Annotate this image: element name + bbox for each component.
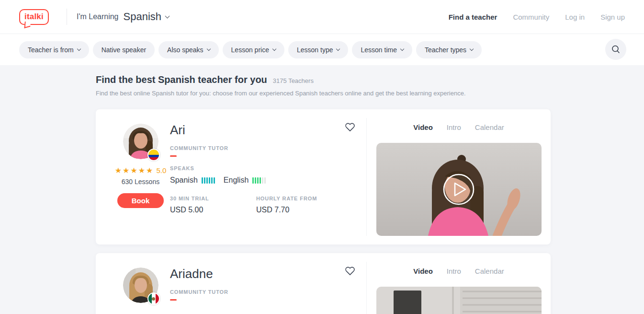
nav-sign-up[interactable]: Sign up	[600, 13, 625, 21]
level-bar	[206, 177, 208, 184]
level-bar	[257, 177, 259, 184]
teacher-summary-column: ★★★★★ 5.0 630 Lessons Book	[111, 109, 170, 244]
book-button[interactable]: Book	[117, 193, 164, 208]
teacher-type-badge: COMMUNITY TUTOR	[170, 145, 366, 151]
tab-video[interactable]: Video	[413, 123, 433, 131]
chevron-down-icon	[336, 47, 340, 51]
video-thumbnail[interactable]	[376, 287, 542, 314]
chevron-down-icon	[206, 47, 210, 51]
teacher-type-badge: COMMUNITY TUTOR	[170, 289, 366, 295]
nav-find-a-teacher[interactable]: Find a teacher	[449, 13, 497, 21]
hourly-rate-price: USD 7.70	[256, 206, 342, 214]
header-divider	[67, 9, 67, 25]
speaks-label: SPEAKS	[170, 165, 366, 171]
top-header: italki I'm Learning Spanish Find a teach…	[0, 0, 644, 34]
tab-calendar[interactable]: Calendar	[475, 123, 504, 131]
teacher-name[interactable]: Ariadne	[170, 267, 366, 281]
language-level-bars	[202, 177, 215, 184]
chevron-down-icon	[470, 47, 474, 51]
filter-lesson-price[interactable]: Lesson price	[223, 41, 284, 58]
chevron-down-icon	[400, 47, 404, 51]
page: italki I'm Learning Spanish Find a teach…	[0, 0, 644, 314]
languages-list: Spanish English	[170, 176, 366, 185]
filter-teacher-is-from[interactable]: Teacher is from	[19, 41, 89, 58]
rating-value: 5.0	[156, 166, 166, 174]
lesson-count: 630 Lessons	[122, 178, 159, 186]
filter-lesson-time[interactable]: Lesson time	[352, 41, 412, 58]
teacher-card-ariadne: Ariadne COMMUNITY TUTOR Video Intro Cale…	[96, 253, 551, 314]
play-icon	[444, 174, 474, 204]
filter-teacher-types[interactable]: Teacher types	[416, 41, 482, 58]
filter-also-speaks[interactable]: Also speaks	[158, 41, 218, 58]
hourly-rate-block: HOURLY RATE FROM USD 7.70	[256, 196, 342, 214]
level-bar	[255, 177, 256, 184]
favorite-heart-icon[interactable]	[345, 122, 355, 132]
level-bar	[214, 177, 215, 184]
teacher-summary-column	[111, 253, 170, 314]
filter-lesson-type[interactable]: Lesson type	[288, 41, 349, 58]
teacher-count: 3175 Teachers	[273, 77, 314, 84]
star-icons: ★★★★★	[115, 166, 154, 175]
level-bar	[264, 177, 266, 184]
filter-bar: Teacher is from Native speaker Also spea…	[0, 34, 644, 65]
search-button[interactable]	[605, 39, 626, 60]
country-flag-mexico	[147, 292, 160, 305]
filter-native-speaker[interactable]: Native speaker	[93, 41, 155, 58]
top-navigation: Find a teacher Community Log in Sign up	[449, 13, 625, 21]
nav-log-in[interactable]: Log in	[565, 13, 585, 21]
teacher-name[interactable]: Ari	[170, 123, 366, 138]
teacher-info-column: Ariadne COMMUNITY TUTOR	[170, 253, 366, 314]
favorite-heart-icon[interactable]	[345, 266, 355, 276]
teacher-media-column: Video Intro Calendar	[366, 262, 551, 314]
teacher-info-column: Ari COMMUNITY TUTOR SPEAKS Spanish Engli…	[170, 109, 366, 244]
learning-language: Spanish	[124, 11, 162, 23]
red-dash	[170, 155, 177, 157]
teacher-rating: ★★★★★ 5.0	[115, 166, 167, 175]
learning-language-selector[interactable]: I'm Learning Spanish	[77, 11, 169, 23]
country-flag-colombia	[147, 149, 160, 161]
search-icon	[611, 45, 621, 54]
level-bar	[260, 177, 261, 184]
tab-video[interactable]: Video	[413, 267, 433, 275]
teacher-avatar[interactable]	[123, 267, 158, 303]
red-dash	[170, 299, 177, 301]
logo-text: italki	[24, 12, 44, 21]
language-spanish: Spanish	[170, 176, 215, 185]
trial-label: 30 MIN TRIAL	[170, 196, 256, 201]
trial-price: USD 5.00	[170, 206, 256, 214]
video-thumbnail[interactable]	[376, 143, 542, 236]
teacher-media-column: Video Intro Calendar	[366, 118, 551, 236]
media-tabs: Video Intro Calendar	[376, 267, 541, 275]
media-tabs: Video Intro Calendar	[376, 123, 541, 131]
nav-community[interactable]: Community	[513, 13, 549, 21]
pricing: 30 MIN TRIAL USD 5.00 HOURLY RATE FROM U…	[170, 196, 366, 214]
level-bar	[262, 177, 263, 184]
chevron-down-icon	[165, 13, 170, 18]
chevron-down-icon	[77, 47, 80, 51]
main-content: Find the best Spanish teacher for you 31…	[0, 65, 644, 314]
teacher-avatar[interactable]	[123, 124, 158, 159]
tab-intro[interactable]: Intro	[447, 123, 461, 131]
page-subtitle: Find the best online Spanish tutor for y…	[96, 90, 644, 97]
level-bar	[211, 177, 213, 184]
tab-intro[interactable]: Intro	[447, 267, 461, 275]
level-bar	[252, 177, 254, 184]
level-bar	[202, 177, 203, 184]
hourly-rate-label: HOURLY RATE FROM	[256, 196, 342, 201]
trial-price-block: 30 MIN TRIAL USD 5.00	[170, 196, 256, 214]
language-english: English	[224, 176, 266, 185]
level-bar	[204, 177, 205, 184]
page-title: Find the best Spanish teacher for you	[96, 74, 267, 85]
teacher-card-ari: ★★★★★ 5.0 630 Lessons Book Ari COMMUNITY…	[96, 109, 551, 244]
learning-label: I'm Learning	[77, 12, 119, 21]
italki-logo[interactable]: italki	[19, 9, 49, 25]
level-bar	[209, 177, 210, 184]
chevron-down-icon	[272, 47, 276, 51]
tab-calendar[interactable]: Calendar	[475, 267, 504, 275]
language-level-bars	[252, 177, 266, 184]
